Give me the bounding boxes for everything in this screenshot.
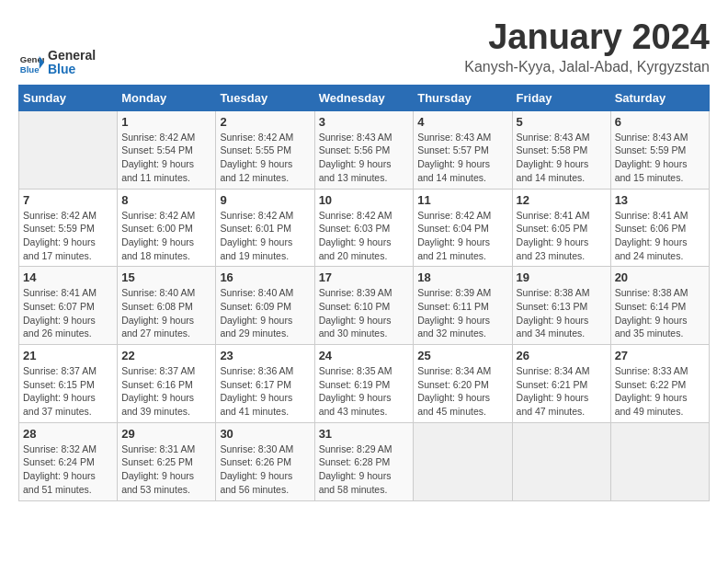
day-number: 14 (23, 270, 113, 284)
day-number: 11 (417, 193, 507, 207)
day-number: 25 (417, 349, 507, 362)
day-number: 4 (417, 115, 507, 129)
day-number: 30 (220, 427, 310, 441)
day-number: 28 (23, 427, 113, 441)
day-info: Sunrise: 8:42 AMSunset: 6:04 PMDaylight:… (417, 209, 507, 263)
calendar-cell: 30Sunrise: 8:30 AMSunset: 6:26 PMDayligh… (216, 422, 314, 500)
day-number: 17 (319, 270, 410, 284)
calendar-cell: 22Sunrise: 8:37 AMSunset: 6:16 PMDayligh… (118, 345, 216, 423)
day-number: 24 (319, 349, 410, 362)
calendar-week-4: 21Sunrise: 8:37 AMSunset: 6:15 PMDayligh… (19, 345, 710, 423)
col-header-thursday: Thursday (414, 85, 512, 110)
calendar-cell (414, 422, 512, 500)
day-number: 3 (319, 115, 410, 129)
day-number: 6 (615, 115, 705, 129)
col-header-saturday: Saturday (610, 85, 709, 110)
calendar-cell: 26Sunrise: 8:34 AMSunset: 6:21 PMDayligh… (512, 345, 610, 423)
calendar-cell: 25Sunrise: 8:34 AMSunset: 6:20 PMDayligh… (414, 345, 512, 423)
day-number: 8 (121, 193, 211, 207)
calendar-week-5: 28Sunrise: 8:32 AMSunset: 6:24 PMDayligh… (19, 422, 710, 500)
day-number: 13 (615, 193, 705, 207)
calendar-cell: 27Sunrise: 8:33 AMSunset: 6:22 PMDayligh… (610, 345, 709, 423)
calendar-cell: 24Sunrise: 8:35 AMSunset: 6:19 PMDayligh… (314, 345, 414, 423)
calendar-week-1: 1Sunrise: 8:42 AMSunset: 5:54 PMDaylight… (19, 110, 710, 189)
day-info: Sunrise: 8:29 AMSunset: 6:28 PMDaylight:… (319, 442, 410, 497)
day-number: 2 (220, 115, 310, 129)
day-info: Sunrise: 8:43 AMSunset: 5:58 PMDaylight:… (517, 131, 607, 185)
calendar-cell: 3Sunrise: 8:43 AMSunset: 5:56 PMDaylight… (314, 110, 414, 189)
logo: General Blue General Blue (18, 49, 96, 77)
calendar-cell: 8Sunrise: 8:42 AMSunset: 6:00 PMDaylight… (118, 189, 216, 267)
day-info: Sunrise: 8:43 AMSunset: 5:56 PMDaylight:… (319, 131, 410, 185)
calendar-cell (610, 422, 709, 500)
day-info: Sunrise: 8:39 AMSunset: 6:11 PMDaylight:… (417, 286, 507, 340)
day-info: Sunrise: 8:39 AMSunset: 6:10 PMDaylight:… (319, 286, 410, 340)
day-info: Sunrise: 8:35 AMSunset: 6:19 PMDaylight:… (319, 364, 410, 419)
calendar-cell: 11Sunrise: 8:42 AMSunset: 6:04 PMDayligh… (414, 189, 512, 267)
day-number: 19 (517, 270, 607, 284)
day-info: Sunrise: 8:32 AMSunset: 6:24 PMDaylight:… (23, 442, 113, 497)
general-blue-logo-icon: General Blue (18, 50, 44, 75)
calendar-cell: 6Sunrise: 8:43 AMSunset: 5:59 PMDaylight… (610, 110, 709, 189)
day-info: Sunrise: 8:40 AMSunset: 6:08 PMDaylight:… (121, 286, 211, 340)
day-info: Sunrise: 8:37 AMSunset: 6:16 PMDaylight:… (121, 364, 211, 419)
svg-text:Blue: Blue (20, 64, 40, 75)
day-number: 31 (319, 427, 410, 441)
day-info: Sunrise: 8:40 AMSunset: 6:09 PMDaylight:… (220, 286, 310, 340)
day-info: Sunrise: 8:38 AMSunset: 6:13 PMDaylight:… (517, 286, 607, 340)
col-header-sunday: Sunday (19, 85, 118, 110)
calendar-cell: 15Sunrise: 8:40 AMSunset: 6:08 PMDayligh… (118, 267, 216, 345)
calendar-cell: 18Sunrise: 8:39 AMSunset: 6:11 PMDayligh… (414, 267, 512, 345)
calendar-cell: 13Sunrise: 8:41 AMSunset: 6:06 PMDayligh… (610, 189, 709, 267)
day-info: Sunrise: 8:43 AMSunset: 5:57 PMDaylight:… (417, 131, 507, 185)
calendar-cell (19, 110, 118, 189)
logo-line2: Blue (48, 63, 96, 76)
calendar-cell: 31Sunrise: 8:29 AMSunset: 6:28 PMDayligh… (314, 422, 414, 500)
day-number: 20 (615, 270, 705, 284)
logo-line1: General (48, 49, 96, 63)
calendar-cell: 5Sunrise: 8:43 AMSunset: 5:58 PMDaylight… (512, 110, 610, 189)
day-number: 10 (319, 193, 410, 207)
col-header-friday: Friday (512, 85, 610, 110)
day-number: 26 (517, 349, 607, 362)
calendar-cell: 1Sunrise: 8:42 AMSunset: 5:54 PMDaylight… (118, 110, 216, 189)
day-number: 18 (417, 270, 507, 284)
day-number: 27 (615, 349, 705, 362)
day-number: 22 (121, 349, 211, 362)
calendar-title: January 2024 (464, 18, 710, 57)
calendar-cell: 14Sunrise: 8:41 AMSunset: 6:07 PMDayligh… (19, 267, 118, 345)
calendar-cell: 16Sunrise: 8:40 AMSunset: 6:09 PMDayligh… (216, 267, 314, 345)
day-number: 7 (23, 193, 113, 207)
day-number: 29 (121, 427, 211, 441)
day-info: Sunrise: 8:42 AMSunset: 5:54 PMDaylight:… (121, 131, 211, 185)
day-info: Sunrise: 8:42 AMSunset: 6:00 PMDaylight:… (121, 209, 211, 263)
day-info: Sunrise: 8:33 AMSunset: 6:22 PMDaylight:… (615, 364, 705, 419)
day-info: Sunrise: 8:31 AMSunset: 6:25 PMDaylight:… (121, 442, 211, 497)
day-number: 15 (121, 270, 211, 284)
calendar-subtitle: Kanysh-Kyya, Jalal-Abad, Kyrgyzstan (464, 59, 710, 75)
calendar-cell: 10Sunrise: 8:42 AMSunset: 6:03 PMDayligh… (314, 189, 414, 267)
col-header-wednesday: Wednesday (314, 85, 414, 110)
calendar-cell: 4Sunrise: 8:43 AMSunset: 5:57 PMDaylight… (414, 110, 512, 189)
calendar-cell: 17Sunrise: 8:39 AMSunset: 6:10 PMDayligh… (314, 267, 414, 345)
calendar-header: SundayMondayTuesdayWednesdayThursdayFrid… (19, 85, 710, 110)
calendar-cell: 7Sunrise: 8:42 AMSunset: 5:59 PMDaylight… (19, 189, 118, 267)
calendar-cell: 29Sunrise: 8:31 AMSunset: 6:25 PMDayligh… (118, 422, 216, 500)
calendar-cell: 21Sunrise: 8:37 AMSunset: 6:15 PMDayligh… (19, 345, 118, 423)
calendar-week-3: 14Sunrise: 8:41 AMSunset: 6:07 PMDayligh… (19, 267, 710, 345)
col-header-tuesday: Tuesday (216, 85, 314, 110)
calendar-cell: 23Sunrise: 8:36 AMSunset: 6:17 PMDayligh… (216, 345, 314, 423)
day-info: Sunrise: 8:41 AMSunset: 6:07 PMDaylight:… (23, 286, 113, 340)
calendar-cell: 28Sunrise: 8:32 AMSunset: 6:24 PMDayligh… (19, 422, 118, 500)
day-number: 16 (220, 270, 310, 284)
day-info: Sunrise: 8:41 AMSunset: 6:06 PMDaylight:… (615, 209, 705, 263)
day-info: Sunrise: 8:41 AMSunset: 6:05 PMDaylight:… (517, 209, 607, 263)
calendar-cell: 20Sunrise: 8:38 AMSunset: 6:14 PMDayligh… (610, 267, 709, 345)
calendar-cell (512, 422, 610, 500)
calendar-cell: 19Sunrise: 8:38 AMSunset: 6:13 PMDayligh… (512, 267, 610, 345)
calendar-table: SundayMondayTuesdayWednesdayThursdayFrid… (18, 85, 710, 501)
day-number: 1 (121, 115, 211, 129)
day-number: 5 (517, 115, 607, 129)
day-number: 21 (23, 349, 113, 362)
col-header-monday: Monday (118, 85, 216, 110)
